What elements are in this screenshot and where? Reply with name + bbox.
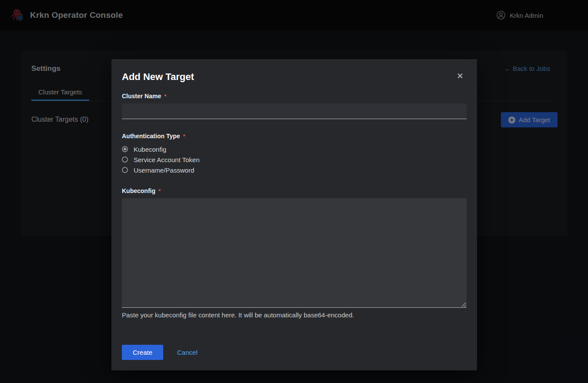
radio-service-account-token[interactable]: Service Account Token [122,154,467,165]
radio-kubeconfig[interactable]: Kubeconfig [122,144,467,154]
kubeconfig-help-text: Paste your kubeconfig file content here.… [122,311,467,319]
modal-actions: Create Cancel [122,345,467,360]
radio-button-icon [122,146,128,152]
add-new-target-modal: Add New Target ✕ Cluster Name* Authentic… [111,59,477,370]
radio-button-icon [122,157,128,163]
modal-title: Add New Target [122,71,467,83]
required-asterisk: * [183,133,185,140]
cancel-button[interactable]: Cancel [177,349,198,356]
auth-type-label: Authentication Type* [122,133,467,140]
required-asterisk: * [164,93,166,100]
cluster-name-label: Cluster Name* [122,93,467,100]
kubeconfig-textarea[interactable] [122,198,467,308]
kubeconfig-label: Kubeconfig* [122,187,467,194]
close-icon[interactable]: ✕ [454,70,466,82]
auth-type-radio-group: Kubeconfig Service Account Token Usernam… [122,144,467,175]
required-asterisk: * [158,188,161,194]
radio-button-icon [122,167,128,173]
radio-username-password[interactable]: Username/Password [122,165,467,175]
create-button[interactable]: Create [122,345,163,360]
cluster-name-input[interactable] [122,103,467,119]
kubeconfig-textarea-wrap [122,198,467,308]
